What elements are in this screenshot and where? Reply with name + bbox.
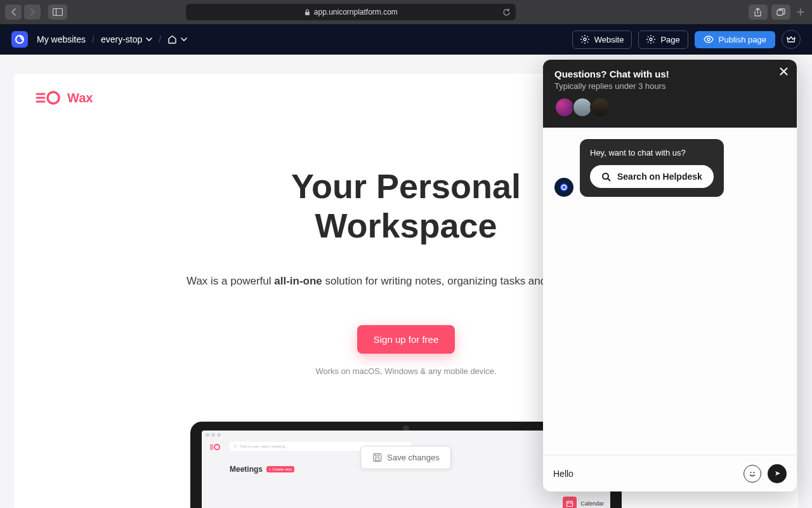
breadcrumb-separator: /	[92, 34, 95, 44]
svg-point-7	[707, 38, 710, 41]
button-label: Sign up for free	[374, 334, 439, 345]
breadcrumb-home[interactable]	[167, 35, 187, 44]
gear-icon	[646, 35, 655, 44]
window-dot	[211, 433, 215, 437]
button-label: Save changes	[387, 453, 439, 462]
url-bar[interactable]: app.unicornplatform.com	[186, 4, 516, 20]
share-button[interactable]	[749, 4, 768, 20]
mock-calendar: Calendar	[563, 497, 604, 508]
chat-title: Questions? Chat with us!	[554, 69, 785, 79]
svg-rect-19	[376, 458, 379, 460]
hero-line2: Workspace	[315, 206, 497, 244]
close-icon	[780, 67, 788, 76]
button-label: Page	[660, 35, 679, 44]
search-icon	[601, 172, 611, 182]
eye-icon	[704, 36, 714, 43]
chat-close-button[interactable]	[780, 67, 788, 76]
chat-bubble: Hey, want to chat with us? Search on Hel…	[580, 139, 724, 197]
breadcrumb-separator: /	[159, 34, 161, 44]
breadcrumb-label: My websites	[37, 34, 86, 44]
bot-avatar	[554, 178, 573, 197]
sidebar-toggle-button[interactable]	[48, 4, 67, 20]
chevron-down-icon	[146, 37, 152, 41]
chat-avatars	[554, 97, 785, 117]
url-text: app.unicornplatform.com	[314, 8, 398, 17]
bot-logo-icon	[559, 182, 569, 192]
home-icon	[167, 35, 177, 44]
signup-button[interactable]: Sign up for free	[357, 325, 455, 354]
share-icon	[754, 8, 762, 17]
svg-line-27	[608, 178, 610, 181]
app-header: My websites / every-stop / Website Page …	[0, 24, 812, 55]
reload-button[interactable]	[502, 8, 511, 17]
button-label: Publish page	[719, 35, 766, 44]
wax-mini-icon	[209, 443, 221, 451]
app-header-right: Website Page Publish page	[572, 30, 801, 49]
chat-input[interactable]	[553, 469, 737, 479]
chevron-left-icon	[11, 8, 16, 16]
chevron-right-icon	[30, 8, 36, 16]
svg-rect-2	[305, 11, 310, 15]
search-icon	[233, 444, 237, 448]
wax-logo-icon	[36, 90, 61, 105]
tabs-icon	[776, 8, 785, 17]
svg-rect-20	[567, 501, 573, 506]
mock-create-badge: + Create new	[266, 466, 294, 472]
back-button[interactable]	[5, 4, 22, 20]
breadcrumb-label: every-stop	[101, 34, 142, 44]
website-button[interactable]: Website	[572, 30, 632, 49]
svg-rect-3	[777, 10, 783, 15]
chat-footer	[543, 455, 797, 491]
chat-message: Hey, want to chat with us? Search on Hel…	[554, 139, 785, 197]
window-dot	[217, 433, 221, 437]
mock-meetings-label: Meetings	[230, 465, 263, 474]
svg-point-6	[650, 38, 652, 41]
breadcrumb-my-websites[interactable]: My websites	[37, 34, 86, 44]
new-tab-button[interactable]	[794, 6, 807, 18]
reload-icon	[502, 8, 511, 17]
chevron-down-icon	[181, 37, 187, 41]
gear-icon	[580, 35, 589, 44]
calendar-svg-icon	[566, 500, 573, 507]
forward-button[interactable]	[24, 4, 41, 20]
save-changes-button[interactable]: Save changes	[360, 446, 451, 469]
button-label: Search on Helpdesk	[617, 171, 702, 182]
lock-icon	[304, 9, 310, 16]
calendar-icon	[563, 497, 577, 508]
mock-calendar-label: Calendar	[580, 500, 604, 507]
agent-avatar	[590, 97, 610, 117]
wax-logo-text: Wax	[67, 91, 93, 105]
mock-search-placeholder: Find a user, team, meeting...	[240, 444, 288, 448]
upgrade-button[interactable]	[782, 30, 801, 49]
app-logo[interactable]	[11, 31, 28, 48]
chat-header: Questions? Chat with us! Typically repli…	[543, 60, 797, 128]
plus-icon	[797, 8, 804, 16]
chat-body: Hey, want to chat with us? Search on Hel…	[543, 128, 797, 455]
tabs-button[interactable]	[771, 4, 790, 20]
wax-logo[interactable]: Wax	[36, 90, 93, 105]
svg-point-11	[48, 92, 59, 104]
helpdesk-search-button[interactable]: Search on Helpdesk	[590, 165, 714, 188]
send-icon	[773, 469, 782, 478]
hero-sub-pre: Wax is a powerful	[187, 275, 274, 287]
publish-button[interactable]: Publish page	[695, 31, 775, 48]
mock-sidebar	[206, 439, 225, 503]
emoji-button[interactable]	[743, 465, 761, 483]
browser-chrome: app.unicornplatform.com	[0, 0, 812, 24]
svg-point-29	[754, 472, 755, 473]
breadcrumb-site[interactable]: every-stop	[101, 34, 152, 44]
nav-buttons	[5, 4, 41, 20]
svg-point-28	[750, 472, 752, 473]
svg-point-16	[234, 444, 237, 447]
svg-rect-0	[53, 9, 63, 16]
svg-line-17	[236, 447, 237, 448]
hero-sub-bold: all-in-one	[274, 275, 322, 287]
chat-subtitle: Typically replies under 3 hours	[554, 81, 785, 91]
chat-widget: Questions? Chat with us! Typically repli…	[543, 60, 797, 491]
chat-greeting: Hey, want to chat with us?	[590, 148, 714, 157]
save-icon	[372, 453, 382, 462]
page-button[interactable]: Page	[638, 30, 688, 49]
breadcrumbs: My websites / every-stop /	[37, 34, 187, 44]
send-button[interactable]	[768, 464, 787, 483]
unicorn-logo-icon	[15, 34, 25, 44]
